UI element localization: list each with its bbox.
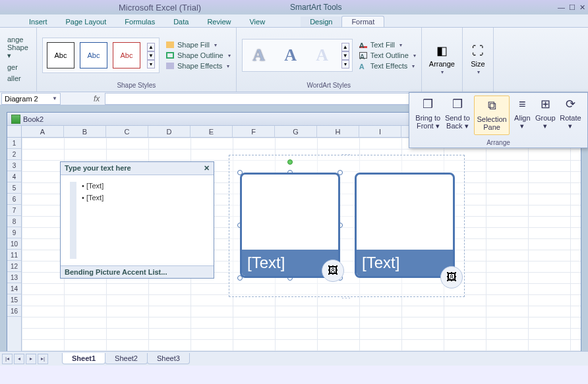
- workbook-window: Book2 ABCDEFGHIJKL 123456789101112131415…: [7, 112, 581, 366]
- arrange-button[interactable]: ◧ Arrange▾: [425, 40, 459, 78]
- row-header[interactable]: 10: [7, 238, 21, 250]
- change-shape-button[interactable]: ange Shape ▾: [5, 35, 31, 61]
- row-header[interactable]: 13: [7, 272, 21, 283]
- rotate-handle[interactable]: [287, 159, 293, 165]
- selected-shape-frame[interactable]: [Text] 🖼: [240, 173, 340, 278]
- text-outline-icon: A: [359, 52, 367, 59]
- row-header[interactable]: 2: [7, 149, 21, 160]
- text-fill-button[interactable]: AText Fill▾: [359, 41, 416, 49]
- gallery-down-icon[interactable]: ▼: [147, 51, 155, 60]
- effects-icon: [166, 63, 174, 69]
- col-header[interactable]: I: [359, 126, 401, 137]
- arrange-icon: ◧: [434, 43, 450, 59]
- last-sheet-icon[interactable]: ▸|: [38, 354, 48, 364]
- col-header[interactable]: D: [148, 126, 191, 137]
- row-header[interactable]: 15: [7, 294, 21, 306]
- wordart-option[interactable]: A: [277, 42, 305, 69]
- tab-data[interactable]: Data: [164, 16, 198, 27]
- text-pane-layout-name[interactable]: Bending Picture Accent List...: [61, 265, 214, 278]
- row-header[interactable]: 16: [7, 306, 21, 317]
- picture-placeholder-icon[interactable]: 🖼: [322, 260, 344, 282]
- col-header[interactable]: B: [64, 126, 106, 137]
- next-sheet-icon[interactable]: ▸: [26, 354, 36, 364]
- style-option[interactable]: Abc: [80, 42, 107, 69]
- row-header[interactable]: 4: [7, 171, 21, 182]
- row-header[interactable]: 5: [7, 182, 21, 194]
- row-header[interactable]: 8: [7, 216, 21, 227]
- restore-button[interactable]: ☐: [569, 3, 575, 12]
- rotate-button[interactable]: ⟳Rotate ▾: [560, 96, 581, 135]
- row-headers[interactable]: 12345678910111213141516: [7, 138, 22, 365]
- excel-icon: [11, 115, 20, 124]
- shape-effects-button[interactable]: Shape Effects▾: [166, 62, 231, 70]
- smartart-diagram[interactable]: [Text] 🖼 [Text] 🖼: [229, 155, 465, 297]
- gallery-down-icon[interactable]: ▼: [341, 51, 349, 60]
- group-icon: ⊞: [537, 96, 554, 113]
- style-option[interactable]: Abc: [47, 42, 74, 69]
- col-header[interactable]: H: [317, 126, 359, 137]
- row-header[interactable]: 12: [7, 261, 21, 272]
- size-button[interactable]: ⛶ Size▾: [465, 40, 490, 78]
- col-header[interactable]: C: [106, 126, 148, 137]
- close-icon[interactable]: ✕: [204, 164, 210, 173]
- sheet-tab[interactable]: Sheet1: [62, 353, 105, 364]
- tab-formulas[interactable]: Formulas: [115, 16, 164, 27]
- row-header[interactable]: 3: [7, 160, 21, 171]
- shape-outline-button[interactable]: Shape Outline▾: [166, 51, 231, 59]
- text-item[interactable]: • [Text]: [82, 182, 103, 190]
- shape-styles-gallery[interactable]: Abc Abc Abc ▲ ▼ ▾: [42, 38, 160, 73]
- align-button[interactable]: ≡Align ▾: [514, 96, 531, 135]
- gallery-more-icon[interactable]: ▾: [147, 60, 155, 69]
- tab-view[interactable]: View: [240, 16, 274, 27]
- bring-to-front-button[interactable]: ❒Bring to Front ▾: [415, 96, 440, 135]
- col-header[interactable]: A: [22, 126, 64, 137]
- col-header[interactable]: E: [191, 126, 233, 137]
- close-button[interactable]: ✕: [579, 3, 585, 12]
- gallery-up-icon[interactable]: ▲: [147, 43, 155, 51]
- shape-fill-button[interactable]: Shape Fill▾: [166, 41, 231, 49]
- prev-sheet-icon[interactable]: ◂: [14, 354, 24, 364]
- row-header[interactable]: 1: [7, 138, 21, 149]
- row-header[interactable]: 14: [7, 283, 21, 294]
- row-header[interactable]: 9: [7, 227, 21, 238]
- first-sheet-icon[interactable]: |◂: [2, 354, 13, 364]
- bring-front-icon: ❒: [419, 96, 436, 113]
- gallery-more-icon[interactable]: ▾: [341, 60, 349, 69]
- tab-design[interactable]: Design: [301, 16, 341, 27]
- larger-button[interactable]: ger: [5, 63, 20, 72]
- tab-page-layout[interactable]: Page Layout: [57, 16, 116, 27]
- picture-placeholder-icon[interactable]: 🖼: [440, 266, 463, 288]
- tab-review[interactable]: Review: [198, 16, 240, 27]
- text-effects-button[interactable]: AText Effects▾: [359, 62, 416, 70]
- group-button[interactable]: ⊞Group ▾: [535, 96, 556, 135]
- wordart-option[interactable]: A: [309, 42, 336, 69]
- selection-pane-button[interactable]: ⧉Selection Pane: [474, 96, 509, 135]
- style-option[interactable]: Abc: [113, 42, 140, 69]
- text-item[interactable]: • [Text]: [82, 194, 103, 202]
- select-all-corner[interactable]: [7, 126, 22, 138]
- fx-label[interactable]: fx: [94, 94, 100, 103]
- send-to-back-button[interactable]: ❒Send to Back ▾: [445, 96, 470, 135]
- sheet-tab[interactable]: Sheet2: [105, 353, 148, 364]
- text-pane-title: Type your text here: [65, 164, 131, 173]
- row-header[interactable]: 7: [7, 205, 21, 216]
- smartart-shape[interactable]: [Text]: [355, 173, 455, 278]
- wordart-option[interactable]: A: [245, 42, 273, 69]
- wordart-gallery[interactable]: A A A ▲ ▼ ▾: [242, 39, 353, 72]
- tab-format[interactable]: Format: [341, 16, 384, 27]
- shape-caption[interactable]: [Text]: [357, 250, 453, 276]
- send-back-icon: ❒: [449, 96, 466, 113]
- text-outline-button[interactable]: AText Outline▾: [359, 51, 416, 59]
- col-header[interactable]: G: [275, 126, 317, 137]
- title-bar: Microsoft Excel (Trial) SmartArt Tools —…: [0, 0, 588, 14]
- sheet-tab[interactable]: Sheet3: [147, 353, 190, 364]
- minimize-button[interactable]: —: [558, 3, 565, 12]
- row-header[interactable]: 6: [7, 194, 21, 205]
- tab-insert[interactable]: Insert: [20, 16, 57, 27]
- gallery-up-icon[interactable]: ▲: [341, 43, 349, 51]
- smaller-button[interactable]: aller: [5, 74, 23, 83]
- row-header[interactable]: 11: [7, 250, 21, 261]
- text-effects-icon: A: [359, 63, 367, 69]
- name-box[interactable]: Diagram 2▼: [1, 93, 61, 105]
- col-header[interactable]: F: [233, 126, 275, 137]
